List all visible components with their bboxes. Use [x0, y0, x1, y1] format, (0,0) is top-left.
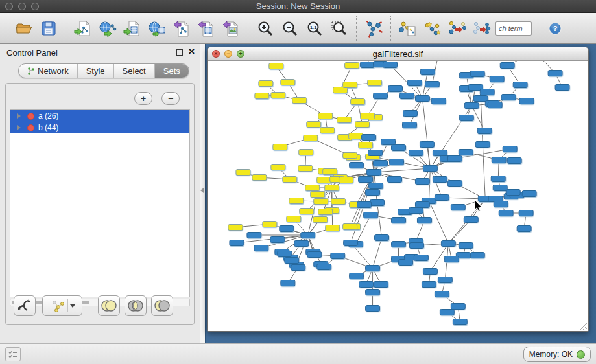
- graph-node[interactable]: [270, 237, 285, 243]
- graph-node[interactable]: [359, 282, 374, 288]
- graph-node[interactable]: [423, 166, 437, 172]
- graph-node[interactable]: [362, 135, 376, 141]
- graph-node[interactable]: [305, 185, 320, 191]
- panel-splitter[interactable]: [200, 44, 205, 343]
- import-table-file-button[interactable]: [121, 16, 143, 41]
- graph-node[interactable]: [388, 177, 402, 183]
- graph-node[interactable]: [369, 183, 383, 189]
- list-item-set-b[interactable]: b (44): [10, 122, 189, 133]
- graph-node[interactable]: [311, 192, 325, 198]
- graph-node[interactable]: [470, 253, 484, 258]
- graph-node[interactable]: [459, 115, 473, 121]
- graph-node[interactable]: [392, 145, 406, 151]
- graph-node[interactable]: [415, 179, 429, 185]
- graph-node[interactable]: [263, 222, 277, 227]
- graph-node[interactable]: [459, 150, 473, 155]
- graph-node[interactable]: [299, 150, 313, 155]
- graph-node[interactable]: [392, 218, 406, 223]
- graph-node[interactable]: [503, 146, 517, 152]
- graph-node[interactable]: [326, 225, 340, 231]
- graph-node[interactable]: [359, 142, 373, 148]
- graph-node[interactable]: [440, 310, 454, 315]
- graph-node[interactable]: [351, 99, 365, 105]
- graph-node[interactable]: [294, 241, 309, 247]
- graph-node[interactable]: [271, 165, 285, 170]
- graph-node[interactable]: [517, 226, 531, 232]
- graph-node[interactable]: [494, 201, 508, 207]
- graph-node[interactable]: [422, 282, 436, 288]
- venn-union-button[interactable]: [98, 295, 120, 316]
- graph-node[interactable]: [383, 62, 398, 68]
- graph-node[interactable]: [247, 233, 261, 238]
- close-window-button[interactable]: [5, 3, 13, 10]
- graph-node[interactable]: [366, 266, 380, 271]
- graph-node[interactable]: [255, 93, 269, 99]
- graph-node[interactable]: [435, 195, 449, 201]
- graph-node[interactable]: [451, 304, 465, 310]
- graph-node[interactable]: [492, 157, 506, 163]
- venn-difference-button[interactable]: [151, 295, 173, 316]
- graph-node[interactable]: [409, 243, 423, 249]
- network-window-titlebar[interactable]: × − + galFiltered.sif: [208, 47, 588, 61]
- graph-node[interactable]: [374, 93, 388, 99]
- graph-node[interactable]: [388, 86, 403, 92]
- graph-node[interactable]: [230, 240, 244, 246]
- graph-node[interactable]: [519, 98, 534, 104]
- graph-node[interactable]: [350, 163, 364, 168]
- graph-node[interactable]: [444, 256, 459, 262]
- import-table-web-button[interactable]: [146, 16, 168, 41]
- toolbar-drag-handle[interactable]: [5, 17, 8, 40]
- graph-node[interactable]: [368, 150, 383, 156]
- graph-node[interactable]: [519, 210, 533, 216]
- venn-intersection-button[interactable]: [125, 295, 147, 316]
- graph-node[interactable]: [374, 282, 388, 288]
- graph-node[interactable]: [423, 269, 437, 275]
- graph-node[interactable]: [491, 176, 505, 182]
- dropdown-caret-icon[interactable]: [70, 304, 75, 308]
- graph-node[interactable]: [451, 205, 465, 210]
- graph-node[interactable]: [513, 82, 527, 88]
- graph-node[interactable]: [488, 102, 502, 108]
- graph-node[interactable]: [480, 89, 494, 95]
- graph-node[interactable]: [499, 210, 513, 216]
- graph-node[interactable]: [431, 98, 446, 104]
- tab-sets[interactable]: Sets: [155, 64, 189, 78]
- zoom-actual-size-button[interactable]: 1:1: [304, 16, 326, 41]
- help-button[interactable]: ?: [544, 16, 566, 41]
- graph-node[interactable]: [417, 218, 431, 223]
- graph-node[interactable]: [375, 235, 389, 241]
- graph-node[interactable]: [490, 76, 504, 82]
- graph-node[interactable]: [414, 255, 428, 261]
- collapse-panel-arrow-icon[interactable]: [200, 188, 204, 193]
- graph-node[interactable]: [433, 177, 447, 183]
- export-image-button[interactable]: [220, 16, 242, 41]
- selection-to-network-button[interactable]: [446, 16, 468, 41]
- graph-node[interactable]: [409, 208, 423, 214]
- expand-caret-icon[interactable]: [17, 113, 21, 119]
- graph-node[interactable]: [281, 80, 295, 85]
- graph-node[interactable]: [337, 117, 352, 123]
- import-network-file-button[interactable]: [72, 16, 94, 41]
- graph-node[interactable]: [317, 177, 331, 183]
- import-network-web-button[interactable]: [97, 16, 119, 41]
- select-first-neighbors-button[interactable]: [422, 16, 444, 41]
- graph-node[interactable]: [228, 225, 243, 231]
- graph-node[interactable]: [292, 98, 307, 104]
- list-item-set-a[interactable]: a (26): [10, 110, 189, 122]
- graph-node[interactable]: [475, 142, 490, 148]
- graph-node[interactable]: [300, 209, 314, 214]
- graph-node[interactable]: [459, 243, 473, 249]
- expand-caret-icon[interactable]: [17, 125, 21, 130]
- graph-node[interactable]: [402, 122, 416, 128]
- graph-node[interactable]: [313, 217, 328, 223]
- graph-node[interactable]: [420, 69, 435, 75]
- graph-node[interactable]: [399, 93, 414, 99]
- graph-node[interactable]: [318, 209, 333, 215]
- graph-node[interactable]: [407, 80, 422, 86]
- graph-node[interactable]: [289, 198, 304, 204]
- zoom-out-button[interactable]: [279, 16, 301, 41]
- graph-node[interactable]: [500, 63, 514, 69]
- graph-node[interactable]: [441, 241, 455, 247]
- graph-node[interactable]: [392, 242, 406, 247]
- graph-node[interactable]: [301, 233, 315, 238]
